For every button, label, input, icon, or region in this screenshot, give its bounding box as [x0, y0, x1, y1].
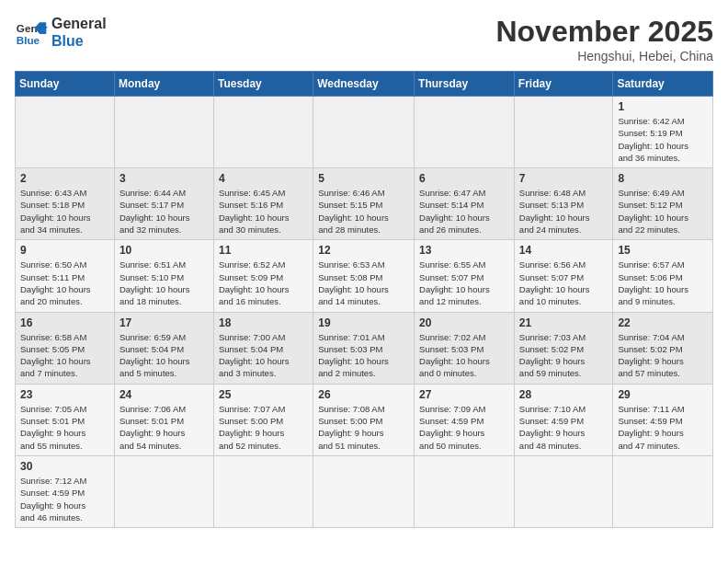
- weekday-header-thursday: Thursday: [415, 72, 515, 97]
- day-number: 28: [519, 388, 609, 401]
- calendar-week-3: 9Sunrise: 6:50 AM Sunset: 5:11 PM Daylig…: [16, 240, 713, 312]
- day-info: Sunrise: 6:53 AM Sunset: 5:08 PM Dayligh…: [318, 259, 409, 307]
- day-info: Sunrise: 6:48 AM Sunset: 5:13 PM Dayligh…: [519, 187, 609, 236]
- day-info: Sunrise: 7:12 AM Sunset: 4:59 PM Dayligh…: [20, 475, 109, 523]
- day-number: 13: [419, 244, 509, 257]
- calendar-cell: 28Sunrise: 7:10 AM Sunset: 4:59 PM Dayli…: [514, 384, 613, 455]
- day-info: Sunrise: 7:02 AM Sunset: 5:03 PM Dayligh…: [419, 331, 509, 380]
- calendar-cell: [114, 455, 213, 527]
- calendar-week-6: 30Sunrise: 7:12 AM Sunset: 4:59 PM Dayli…: [16, 455, 713, 527]
- day-number: 18: [219, 316, 308, 329]
- day-number: 8: [618, 172, 708, 185]
- weekday-header-row: SundayMondayTuesdayWednesdayThursdayFrid…: [16, 72, 713, 97]
- day-number: 15: [618, 244, 708, 257]
- day-number: 16: [20, 316, 109, 329]
- calendar-week-2: 2Sunrise: 6:43 AM Sunset: 5:18 PM Daylig…: [16, 168, 713, 240]
- day-info: Sunrise: 6:49 AM Sunset: 5:12 PM Dayligh…: [618, 187, 708, 236]
- calendar-cell: 20Sunrise: 7:02 AM Sunset: 5:03 PM Dayli…: [415, 312, 515, 384]
- calendar-cell: 14Sunrise: 6:56 AM Sunset: 5:07 PM Dayli…: [514, 240, 613, 312]
- day-number: 14: [519, 244, 609, 257]
- day-number: 19: [318, 316, 409, 329]
- calendar-cell: 2Sunrise: 6:43 AM Sunset: 5:18 PM Daylig…: [16, 168, 115, 240]
- day-info: Sunrise: 7:10 AM Sunset: 4:59 PM Dayligh…: [519, 403, 609, 452]
- day-number: 22: [618, 316, 708, 329]
- day-info: Sunrise: 7:08 AM Sunset: 5:00 PM Dayligh…: [318, 403, 409, 452]
- calendar-title: November 2025: [495, 15, 713, 49]
- calendar-cell: 11Sunrise: 6:52 AM Sunset: 5:09 PM Dayli…: [213, 240, 313, 312]
- day-number: 7: [519, 172, 609, 185]
- day-number: 3: [119, 172, 209, 185]
- day-info: Sunrise: 7:07 AM Sunset: 5:00 PM Dayligh…: [219, 403, 308, 452]
- calendar-cell: 1Sunrise: 6:42 AM Sunset: 5:19 PM Daylig…: [613, 97, 713, 168]
- calendar-cell: 12Sunrise: 6:53 AM Sunset: 5:08 PM Dayli…: [313, 240, 415, 312]
- day-info: Sunrise: 6:56 AM Sunset: 5:07 PM Dayligh…: [519, 259, 609, 307]
- calendar-cell: [16, 97, 115, 168]
- day-number: 6: [419, 172, 509, 185]
- day-info: Sunrise: 7:00 AM Sunset: 5:04 PM Dayligh…: [219, 331, 308, 380]
- calendar-week-5: 23Sunrise: 7:05 AM Sunset: 5:01 PM Dayli…: [16, 384, 713, 455]
- calendar-cell: [114, 97, 213, 168]
- calendar-cell: 3Sunrise: 6:44 AM Sunset: 5:17 PM Daylig…: [114, 168, 213, 240]
- day-info: Sunrise: 6:58 AM Sunset: 5:05 PM Dayligh…: [20, 331, 109, 380]
- day-info: Sunrise: 6:59 AM Sunset: 5:04 PM Dayligh…: [119, 331, 209, 380]
- calendar-cell: [213, 97, 313, 168]
- calendar-cell: [415, 97, 515, 168]
- day-number: 12: [318, 244, 409, 257]
- day-info: Sunrise: 6:51 AM Sunset: 5:10 PM Dayligh…: [119, 259, 209, 307]
- day-number: 30: [20, 460, 109, 473]
- day-number: 10: [119, 244, 209, 257]
- day-info: Sunrise: 7:01 AM Sunset: 5:03 PM Dayligh…: [318, 331, 409, 380]
- day-number: 20: [419, 316, 509, 329]
- weekday-header-wednesday: Wednesday: [313, 72, 415, 97]
- calendar-cell: 22Sunrise: 7:04 AM Sunset: 5:02 PM Dayli…: [613, 312, 713, 384]
- calendar-cell: 7Sunrise: 6:48 AM Sunset: 5:13 PM Daylig…: [514, 168, 613, 240]
- calendar-subtitle: Hengshui, Hebei, China: [495, 49, 713, 63]
- day-number: 5: [318, 172, 409, 185]
- day-number: 2: [20, 172, 109, 185]
- day-info: Sunrise: 6:47 AM Sunset: 5:14 PM Dayligh…: [419, 187, 509, 236]
- day-number: 9: [20, 244, 109, 257]
- day-info: Sunrise: 7:11 AM Sunset: 4:59 PM Dayligh…: [618, 403, 708, 452]
- calendar-cell: 24Sunrise: 7:06 AM Sunset: 5:01 PM Dayli…: [114, 384, 213, 455]
- weekday-header-tuesday: Tuesday: [213, 72, 313, 97]
- day-info: Sunrise: 7:06 AM Sunset: 5:01 PM Dayligh…: [119, 403, 209, 452]
- day-info: Sunrise: 7:05 AM Sunset: 5:01 PM Dayligh…: [20, 403, 109, 452]
- calendar-cell: [313, 455, 415, 527]
- calendar-cell: 30Sunrise: 7:12 AM Sunset: 4:59 PM Dayli…: [16, 455, 115, 527]
- day-number: 25: [219, 388, 308, 401]
- calendar-cell: 25Sunrise: 7:07 AM Sunset: 5:00 PM Dayli…: [213, 384, 313, 455]
- calendar-cell: 6Sunrise: 6:47 AM Sunset: 5:14 PM Daylig…: [415, 168, 515, 240]
- calendar-cell: 19Sunrise: 7:01 AM Sunset: 5:03 PM Dayli…: [313, 312, 415, 384]
- weekday-header-friday: Friday: [514, 72, 613, 97]
- svg-text:Blue: Blue: [17, 34, 40, 46]
- day-number: 29: [618, 388, 708, 401]
- day-number: 21: [519, 316, 609, 329]
- calendar-cell: 17Sunrise: 6:59 AM Sunset: 5:04 PM Dayli…: [114, 312, 213, 384]
- calendar-cell: [613, 455, 713, 527]
- day-info: Sunrise: 6:44 AM Sunset: 5:17 PM Dayligh…: [119, 187, 209, 236]
- day-info: Sunrise: 7:03 AM Sunset: 5:02 PM Dayligh…: [519, 331, 609, 380]
- day-info: Sunrise: 6:46 AM Sunset: 5:15 PM Dayligh…: [318, 187, 409, 236]
- logo-blue: Blue: [51, 32, 107, 50]
- weekday-header-sunday: Sunday: [16, 72, 115, 97]
- day-info: Sunrise: 6:55 AM Sunset: 5:07 PM Dayligh…: [419, 259, 509, 307]
- day-number: 1: [618, 100, 708, 113]
- calendar-cell: 9Sunrise: 6:50 AM Sunset: 5:11 PM Daylig…: [16, 240, 115, 312]
- calendar-cell: 15Sunrise: 6:57 AM Sunset: 5:06 PM Dayli…: [613, 240, 713, 312]
- title-block: November 2025 Hengshui, Hebei, China: [495, 15, 713, 63]
- calendar-cell: 23Sunrise: 7:05 AM Sunset: 5:01 PM Dayli…: [16, 384, 115, 455]
- day-number: 27: [419, 388, 509, 401]
- day-number: 4: [219, 172, 308, 185]
- calendar-cell: [213, 455, 313, 527]
- weekday-header-monday: Monday: [114, 72, 213, 97]
- day-info: Sunrise: 6:57 AM Sunset: 5:06 PM Dayligh…: [618, 259, 708, 307]
- calendar-cell: 21Sunrise: 7:03 AM Sunset: 5:02 PM Dayli…: [514, 312, 613, 384]
- weekday-header-saturday: Saturday: [613, 72, 713, 97]
- calendar-cell: 13Sunrise: 6:55 AM Sunset: 5:07 PM Dayli…: [415, 240, 515, 312]
- svg-marker-3: [40, 28, 46, 34]
- calendar-week-1: 1Sunrise: 6:42 AM Sunset: 5:19 PM Daylig…: [16, 97, 713, 168]
- calendar-cell: 29Sunrise: 7:11 AM Sunset: 4:59 PM Dayli…: [613, 384, 713, 455]
- calendar-table: SundayMondayTuesdayWednesdayThursdayFrid…: [15, 71, 713, 528]
- calendar-cell: 16Sunrise: 6:58 AM Sunset: 5:05 PM Dayli…: [16, 312, 115, 384]
- day-info: Sunrise: 6:50 AM Sunset: 5:11 PM Dayligh…: [20, 259, 109, 307]
